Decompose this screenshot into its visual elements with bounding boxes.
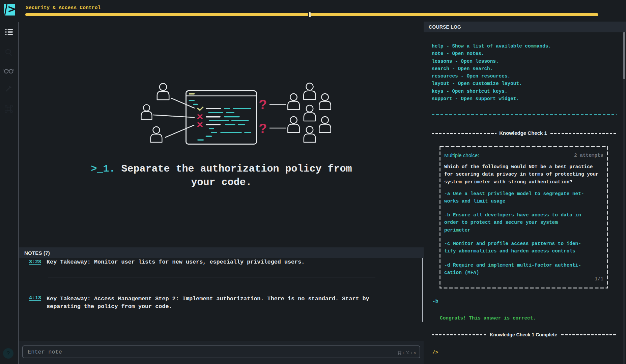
svg-text:+: + bbox=[402, 351, 404, 355]
svg-text:+: + bbox=[410, 351, 412, 355]
svg-text:?: ? bbox=[259, 97, 267, 112]
svg-text:n: n bbox=[414, 351, 416, 355]
svg-text:?: ? bbox=[259, 121, 267, 136]
